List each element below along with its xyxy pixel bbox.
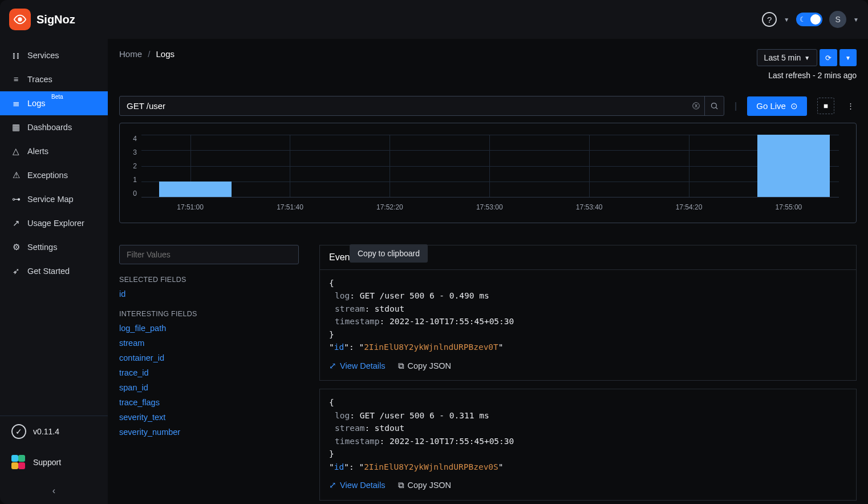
- plot-area[interactable]: [141, 135, 839, 197]
- events-panel: Event Copy to clipboard { log: GET /user…: [319, 245, 857, 504]
- sidebar-item-label: Exceptions: [27, 171, 68, 180]
- event-header-label: Event: [329, 252, 352, 262]
- list-icon: ≡: [11, 75, 21, 84]
- chevron-down-icon: ▼: [804, 55, 810, 61]
- field-link[interactable]: stream: [119, 338, 299, 348]
- support-label: Support: [33, 458, 61, 467]
- close-circle-icon: ⓧ: [692, 101, 700, 111]
- expand-icon: ⤢: [329, 360, 336, 372]
- header-actions: ? ▼ ☾ S ▼: [762, 11, 859, 28]
- go-live-button[interactable]: Go Live⊙: [747, 96, 807, 116]
- main-content: Home / Logs Last 5 min▼ ⟳ ▼ Last refresh…: [108, 39, 868, 504]
- sidebar-item-label: Traces: [27, 75, 52, 84]
- sidebar-item-label: Settings: [27, 243, 57, 252]
- event-header: Event Copy to clipboard: [319, 245, 857, 269]
- refresh-button[interactable]: ⟳: [820, 49, 837, 66]
- field-link[interactable]: id: [119, 289, 299, 299]
- bell-icon: △: [11, 147, 21, 156]
- sidebar-item-settings[interactable]: ⚙Settings: [0, 235, 108, 259]
- stop-icon: ■: [824, 102, 828, 110]
- sidebar-item-label: Service Map: [27, 195, 74, 204]
- filter-values-input[interactable]: [119, 245, 299, 264]
- clear-search-button[interactable]: ⓧ: [687, 96, 704, 115]
- field-link[interactable]: log_file_path: [119, 324, 299, 333]
- refresh-options-button[interactable]: ▼: [839, 49, 857, 66]
- field-link[interactable]: severity_number: [119, 428, 299, 437]
- slack-icon: [11, 455, 26, 470]
- chevron-down-icon[interactable]: ▼: [853, 17, 859, 23]
- histogram-bar[interactable]: [757, 135, 830, 197]
- beta-badge: Beta: [51, 94, 63, 100]
- more-options-button[interactable]: ⋮: [845, 102, 857, 110]
- search-button[interactable]: [704, 96, 724, 115]
- histogram-bar[interactable]: [159, 182, 232, 197]
- brand-logo[interactable]: SigNoz: [9, 9, 75, 30]
- theme-toggle[interactable]: ☾: [796, 13, 822, 26]
- copy-tooltip: Copy to clipboard: [350, 244, 428, 263]
- sidebar-item-usage-explorer[interactable]: ↗Usage Explorer: [0, 211, 108, 235]
- x-axis: 17:51:00 17:51:40 17:52:20 17:53:00 17:5…: [141, 203, 839, 212]
- avatar-initial: S: [835, 15, 840, 24]
- field-link[interactable]: trace_flags: [119, 398, 299, 407]
- support-link[interactable]: Support: [0, 447, 108, 478]
- field-link[interactable]: container_id: [119, 353, 299, 362]
- stop-button[interactable]: ■: [817, 98, 834, 114]
- sidebar-item-alerts[interactable]: △Alerts: [0, 139, 108, 163]
- sidebar-item-logs[interactable]: ≣LogsBeta: [0, 91, 108, 115]
- sidebar-item-dashboards[interactable]: ▦Dashboards: [0, 115, 108, 139]
- help-icon[interactable]: ?: [762, 12, 777, 27]
- sidebar-item-exceptions[interactable]: ⚠Exceptions: [0, 163, 108, 187]
- app-header: SigNoz ? ▼ ☾ S ▼: [0, 0, 868, 39]
- avatar[interactable]: S: [829, 11, 846, 28]
- fields-panel: SELECTED FIELDS id INTERESTING FIELDS lo…: [119, 245, 299, 504]
- sidebar-item-services[interactable]: ⫿⫿Services: [0, 43, 108, 67]
- sidebar-item-label: Get Started: [27, 267, 70, 276]
- refresh-icon: ⟳: [825, 54, 832, 62]
- time-range-select[interactable]: Last 5 min▼: [757, 49, 818, 66]
- chevron-down-icon[interactable]: ▼: [784, 17, 789, 23]
- breadcrumb-separator: /: [148, 49, 150, 59]
- toggle-knob: [810, 14, 821, 25]
- chevron-left-icon: ‹: [52, 486, 55, 495]
- sidebar-nav: ⫿⫿Services ≡Traces ≣LogsBeta ▦Dashboards…: [0, 39, 108, 416]
- field-link[interactable]: trace_id: [119, 368, 299, 377]
- breadcrumb-home[interactable]: Home: [119, 49, 142, 59]
- divider: |: [735, 101, 737, 111]
- x-tick: 17:52:20: [376, 203, 403, 211]
- interesting-fields-header: INTERESTING FIELDS: [119, 310, 299, 318]
- copy-json-link[interactable]: ⧉Copy JSON: [398, 479, 452, 491]
- sidebar-item-label: Alerts: [27, 147, 48, 156]
- collapse-sidebar-button[interactable]: ‹: [0, 478, 108, 504]
- warning-icon: ⚠: [11, 171, 21, 180]
- log-entry[interactable]: { log: GET /user 500 6 - 0.490 ms stream…: [319, 269, 857, 381]
- sidebar-item-label: Services: [27, 51, 59, 60]
- sidebar-item-label: Logs: [27, 99, 45, 108]
- version-text: v0.11.4: [33, 427, 59, 436]
- logs-icon: ≣: [11, 99, 21, 108]
- log-entry[interactable]: { log: GET /user 500 6 - 0.311 ms stream…: [319, 389, 857, 500]
- sidebar-item-get-started[interactable]: ➶Get Started: [0, 259, 108, 283]
- chevron-down-icon: ▼: [845, 55, 851, 61]
- y-tick: 0: [125, 189, 137, 197]
- bar-chart-icon: ⫿⫿: [11, 51, 21, 60]
- y-tick: 1: [125, 176, 137, 184]
- view-details-link[interactable]: ⤢View Details: [329, 360, 386, 372]
- search-input[interactable]: [120, 96, 687, 115]
- y-tick: 4: [125, 135, 137, 143]
- selected-fields-header: SELECTED FIELDS: [119, 276, 299, 284]
- y-axis: 4 3 2 1 0: [125, 135, 137, 197]
- last-refresh-text: Last refresh - 2 mins ago: [757, 71, 857, 80]
- x-tick: 17:53:40: [576, 203, 603, 211]
- view-details-link[interactable]: ⤢View Details: [329, 479, 386, 491]
- sidebar-item-service-map[interactable]: ⊶Service Map: [0, 187, 108, 211]
- y-tick: 2: [125, 162, 137, 170]
- expand-icon: ⤢: [329, 479, 336, 491]
- field-link[interactable]: severity_text: [119, 413, 299, 422]
- rocket-icon: ➶: [11, 267, 21, 276]
- sidebar-item-traces[interactable]: ≡Traces: [0, 67, 108, 91]
- svg-point-0: [18, 18, 22, 21]
- sidebar: ⫿⫿Services ≡Traces ≣LogsBeta ▦Dashboards…: [0, 39, 108, 504]
- copy-json-link[interactable]: ⧉Copy JSON: [398, 360, 452, 372]
- field-link[interactable]: span_id: [119, 383, 299, 392]
- histogram-chart: 4 3 2 1 0 17:51:00 17:51:40 17:52:20 17:…: [119, 123, 857, 223]
